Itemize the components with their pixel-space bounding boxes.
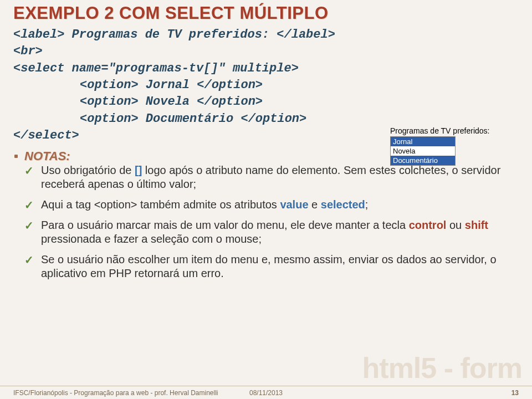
bullet-dot-icon	[14, 155, 18, 158]
note-text: Para o usuário marcar mais de um valor d…	[41, 219, 409, 231]
notes-section: NOTAS: ✓ Uso obrigatório de [] logo após…	[13, 149, 519, 280]
slide-title: EXEMPLO 2 COM SELECT MÚLTIPLO	[13, 3, 519, 23]
note-item: ✓ Uso obrigatório de [] logo após o atri…	[24, 163, 519, 191]
code-line: <label> Programas de TV preferidos: </la…	[13, 27, 519, 43]
slide-footer: IFSC/Florianópolis - Programação para a …	[0, 386, 532, 399]
highlight-selected: selected	[321, 198, 365, 211]
code-line: <option> Novela </option>	[13, 94, 519, 110]
code-line: <br>	[13, 43, 519, 60]
note-text: e	[309, 198, 321, 211]
notes-heading: NOTAS:	[24, 149, 70, 163]
checkmark-icon: ✓	[24, 219, 34, 233]
listbox-option[interactable]: Jornal	[391, 137, 455, 146]
code-line: <option> Jornal </option>	[13, 77, 519, 94]
checkmark-icon: ✓	[24, 253, 34, 267]
highlight-value: value	[280, 198, 308, 211]
note-text: Aqui a tag <option> também admite os atr…	[41, 198, 280, 211]
note-item: ✓ Se o usuário não escolher um item do m…	[24, 253, 519, 280]
note-text: Se o usuário não escolher um item do men…	[41, 253, 497, 279]
footer-page-number: 13	[511, 389, 519, 397]
note-item: ✓ Aqui a tag <option> também admite os a…	[24, 198, 519, 212]
note-text: ou	[446, 219, 464, 231]
highlight-shift: shift	[465, 219, 488, 231]
slide: EXEMPLO 2 COM SELECT MÚLTIPLO <label> Pr…	[0, 0, 532, 399]
checkmark-icon: ✓	[24, 198, 34, 212]
checkmark-icon: ✓	[24, 164, 34, 178]
note-item: ✓ Para o usuário marcar mais de um valor…	[24, 218, 519, 246]
highlight-brackets: []	[135, 164, 142, 176]
code-line: <option> Documentário </option>	[13, 111, 519, 127]
code-line: <select name="programas-tv[]" multiple>	[13, 60, 519, 77]
note-text: Uso obrigatório de	[41, 164, 135, 176]
footer-date: 08/11/2013	[249, 389, 283, 397]
note-text: pressionada e fazer a seleção com o mous…	[41, 233, 262, 245]
note-text: ;	[365, 198, 369, 211]
watermark-text: html5 - form	[362, 351, 522, 385]
highlight-control: control	[409, 219, 447, 231]
widget-label: Programas de TV preferidos:	[390, 126, 512, 135]
